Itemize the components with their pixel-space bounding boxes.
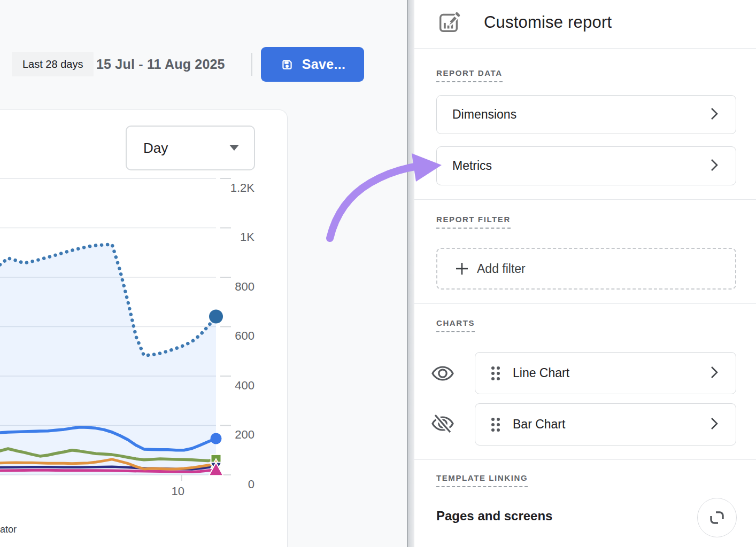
- save-button[interactable]: Save...: [261, 47, 364, 82]
- customise-report-panel: Customise report REPORT DATA Dimensions …: [414, 0, 756, 547]
- svg-text:10: 10: [171, 485, 184, 498]
- dimensions-row[interactable]: Dimensions: [436, 95, 736, 134]
- linked-template-name: Pages and screens: [436, 509, 552, 523]
- legend-item-label-cut: ator: [0, 524, 17, 535]
- svg-text:400: 400: [235, 379, 254, 392]
- unlink-template-button[interactable]: [697, 498, 737, 537]
- customise-report-icon: [437, 10, 461, 36]
- line-chart-label: Line Chart: [513, 366, 569, 380]
- workspace-background: Last 28 days 15 Jul - 11 Aug 2025 Save..…: [0, 0, 407, 547]
- link-off-icon: [707, 507, 727, 528]
- eye-off-icon: [430, 412, 455, 435]
- metrics-row[interactable]: Metrics: [436, 146, 736, 185]
- report-filter-section-label: REPORT FILTER: [436, 215, 511, 229]
- eye-icon: [430, 364, 455, 382]
- save-floppy-icon: [280, 57, 295, 72]
- section-divider: [414, 459, 756, 460]
- save-button-label: Save...: [302, 57, 345, 72]
- template-linking-section-label: TEMPLATE LINKING: [436, 473, 528, 487]
- drag-handle-icon[interactable]: [490, 416, 502, 434]
- plus-icon: [454, 261, 469, 276]
- svg-text:0: 0: [248, 478, 254, 491]
- svg-text:800: 800: [235, 280, 254, 293]
- bar-chart-row[interactable]: Bar Chart: [475, 403, 736, 446]
- chevron-right-icon: [709, 106, 720, 123]
- bar-chart-visibility-toggle[interactable]: [429, 413, 456, 434]
- date-range-preset-label: Last 28 days: [22, 58, 83, 71]
- section-divider: [414, 199, 756, 200]
- line-chart-plot: 1.2K1K800600400200010: [0, 171, 287, 503]
- date-range-preset-chip[interactable]: Last 28 days: [12, 52, 94, 76]
- dimensions-label: Dimensions: [452, 107, 516, 122]
- drag-handle-icon[interactable]: [490, 364, 502, 382]
- metrics-label: Metrics: [452, 159, 492, 173]
- svg-text:200: 200: [235, 428, 254, 441]
- add-filter-label: Add filter: [477, 262, 526, 276]
- toolbar-divider: [251, 53, 252, 76]
- chevron-right-icon: [709, 365, 720, 382]
- svg-text:1K: 1K: [240, 230, 254, 244]
- panel-title: Customise report: [484, 13, 612, 32]
- charts-section-label: CHARTS: [436, 318, 475, 332]
- interval-dropdown-value: Day: [143, 140, 168, 157]
- date-range-value[interactable]: 15 Jul - 11 Aug 2025: [96, 52, 225, 76]
- line-chart-visibility-toggle[interactable]: [429, 363, 456, 384]
- section-divider: [414, 303, 756, 304]
- bar-chart-label: Bar Chart: [513, 417, 565, 432]
- interval-dropdown[interactable]: Day: [126, 126, 255, 170]
- panel-scrollbar[interactable]: [407, 0, 414, 547]
- add-filter-button[interactable]: Add filter: [436, 248, 736, 290]
- line-chart-row[interactable]: Line Chart: [475, 352, 736, 394]
- report-data-section-label: REPORT DATA: [436, 68, 503, 82]
- chevron-right-icon: [709, 416, 720, 433]
- svg-text:600: 600: [235, 329, 254, 342]
- chart-card: Day 1.2K1K800600400200010 ator: [0, 110, 288, 547]
- chevron-down-icon: [229, 145, 239, 151]
- chevron-right-icon: [709, 158, 720, 175]
- section-divider: [414, 48, 756, 49]
- svg-text:1.2K: 1.2K: [230, 181, 255, 194]
